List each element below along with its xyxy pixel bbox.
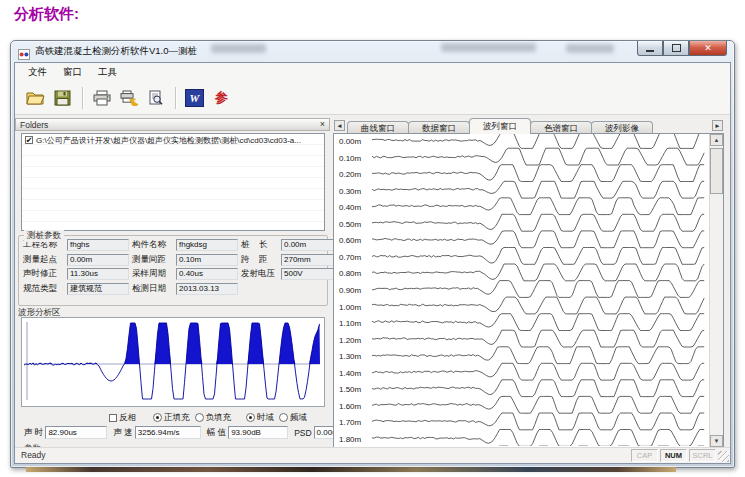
folders-pane-header[interactable]: Folders × — [15, 118, 330, 131]
menu-item-2[interactable]: 工具 — [90, 64, 125, 81]
minimize-button[interactable] — [637, 41, 663, 56]
param-field[interactable]: 建筑规范 — [67, 283, 129, 295]
readout-label: 幅 值 — [207, 427, 226, 439]
fill-controls: 反相 正填充 负填充 时域 频域 — [15, 411, 331, 424]
analysis-waveform — [22, 318, 322, 404]
negative-fill-radio[interactable]: 负填充 — [195, 412, 232, 424]
radio-off-icon — [279, 413, 288, 422]
param-field[interactable]: fhghs — [67, 239, 129, 251]
param-label: 测量间距 — [132, 254, 176, 266]
resize-grip[interactable] — [718, 451, 729, 462]
param-char-icon: 参 — [215, 89, 228, 107]
wavetrain-trace — [372, 281, 704, 298]
folders-pane-title: Folders — [20, 120, 48, 130]
wavetrain-view[interactable]: 0.00m0.10m0.20m0.30m0.40m0.50m0.60m0.70m… — [333, 133, 724, 448]
depth-label: 1.70m — [339, 418, 371, 427]
tabs-container: 曲线窗口数据窗口波列窗口色谱窗口波列影像 — [347, 118, 652, 133]
param-field[interactable]: fhgkdsg — [176, 239, 238, 251]
param-row: 测量起点0.00m测量间距0.10m跨 距270mm — [23, 254, 327, 265]
menu-item-0[interactable]: 文件 — [20, 64, 55, 81]
wave-analysis-box[interactable] — [21, 317, 325, 407]
depth-label: 0.00m — [339, 137, 371, 146]
tab-scroll-left-button[interactable]: ◄ — [334, 120, 345, 131]
maximize-button[interactable] — [663, 41, 689, 56]
folder-item[interactable]: ✔ G:\公司产品设计开发\超声仪器\超声仪实地检测数据\测桩\cd\cd03\… — [22, 134, 324, 146]
negative-fill-label: 负填充 — [206, 412, 232, 424]
print-setup-icon — [119, 90, 139, 106]
scrollbar-thumb[interactable] — [710, 148, 723, 194]
glass-reflection — [211, 44, 266, 53]
print-button[interactable] — [89, 85, 114, 110]
wavetrain-trace — [372, 248, 704, 265]
print-preview-button[interactable] — [143, 85, 168, 110]
save-button[interactable] — [50, 85, 75, 110]
indicator-cap: CAP — [631, 449, 658, 462]
param-label: 桩 长 — [241, 239, 281, 251]
param-field[interactable]: 270mm — [281, 254, 337, 266]
param-field[interactable]: 500V — [281, 268, 337, 280]
depth-label: 0.40m — [339, 203, 371, 212]
scroll-up-icon[interactable]: ▲ — [710, 134, 723, 146]
toolbar: W 参 — [15, 81, 730, 115]
close-button[interactable]: ✕ — [689, 41, 727, 56]
readout-field[interactable]: 82.90us — [45, 426, 107, 439]
glass-reflection — [441, 43, 536, 52]
scroll-down-icon[interactable]: ▼ — [710, 435, 723, 447]
param-row: 声时修正11.30us采样周期0.40us发射电压500V — [23, 269, 327, 280]
pile-params-title: 测桩参数 — [24, 230, 64, 242]
invert-checkbox[interactable]: 反相 — [109, 412, 136, 424]
positive-fill-label: 正填充 — [164, 412, 190, 424]
radio-on-icon — [153, 413, 162, 422]
param-field[interactable]: 11.30us — [67, 268, 129, 280]
glass-reflection — [566, 44, 614, 53]
param-field[interactable]: 0.40us — [176, 268, 238, 280]
wavetrain-trace — [372, 380, 704, 397]
freq-domain-radio[interactable]: 频域 — [279, 412, 307, 424]
maximize-icon — [672, 44, 681, 52]
radio-on-icon — [246, 413, 255, 422]
param-label: 发射电压 — [241, 268, 281, 280]
depth-label: 0.10m — [339, 154, 371, 163]
toolbar-separator — [175, 87, 177, 109]
pane-close-icon[interactable]: × — [320, 120, 325, 129]
wavetrain-trace — [372, 314, 704, 331]
tab-wavetrain-window[interactable]: 波列窗口 — [469, 118, 531, 134]
readout-field[interactable]: 93.90dB — [228, 426, 288, 439]
time-domain-radio[interactable]: 时域 — [246, 412, 274, 424]
depth-label: 0.20m — [339, 170, 371, 179]
folder-checkbox-checked-icon[interactable]: ✔ — [25, 136, 33, 144]
param-field[interactable]: 0.10m — [176, 254, 238, 266]
positive-fill-area — [24, 323, 320, 364]
depth-label: 0.80m — [339, 269, 371, 278]
wavetrain-trace — [372, 181, 704, 198]
folders-list[interactable]: ✔ G:\公司产品设计开发\超声仪器\超声仪实地检测数据\测桩\cd\cd03\… — [21, 133, 325, 231]
page-title: 分析软件: — [14, 5, 79, 24]
client-area: 文件窗口工具 — [14, 62, 731, 464]
param-field[interactable]: 0.00m — [67, 254, 129, 266]
depth-label: 0.90m — [339, 286, 371, 295]
minimize-icon — [646, 50, 654, 52]
open-file-button[interactable] — [23, 85, 48, 110]
depth-label: 0.60m — [339, 236, 371, 245]
depth-label: 1.20m — [339, 336, 371, 345]
depth-label: 0.70m — [339, 253, 371, 262]
checkbox-unchecked-icon — [109, 414, 117, 422]
positive-fill-radio[interactable]: 正填充 — [153, 412, 190, 424]
export-word-button[interactable]: W — [182, 85, 207, 110]
vertical-scrollbar[interactable]: ▲ ▼ — [709, 134, 723, 447]
print-setup-button[interactable] — [116, 85, 141, 110]
readout-label: 声 速 — [113, 427, 132, 439]
title-bar[interactable]: 高铁建混凝土检测分析软件V1.0—测桩 ✕ — [11, 41, 734, 63]
pile-params-groupbox: 测桩参数 工程名称fhghs构件名称fhgkdsg桩 长0.00m测量起点0.0… — [18, 235, 328, 306]
tab-strip: ◄ 曲线窗口数据窗口波列窗口色谱窗口波列影像 ► — [333, 118, 724, 133]
print-preview-icon — [148, 90, 164, 106]
menu-item-1[interactable]: 窗口 — [55, 64, 90, 81]
tab-scroll-right-button[interactable]: ► — [712, 120, 723, 131]
param-field[interactable]: 2013.03.13 — [176, 283, 238, 295]
parameters-button[interactable]: 参 — [209, 85, 234, 110]
readout-field[interactable]: 3256.94m/s — [135, 426, 201, 439]
wavetrain-trace — [372, 363, 704, 380]
param-field[interactable]: 0.00m — [281, 239, 337, 251]
param-label: 规范类型 — [23, 283, 67, 295]
wavetrain-trace — [372, 198, 704, 215]
